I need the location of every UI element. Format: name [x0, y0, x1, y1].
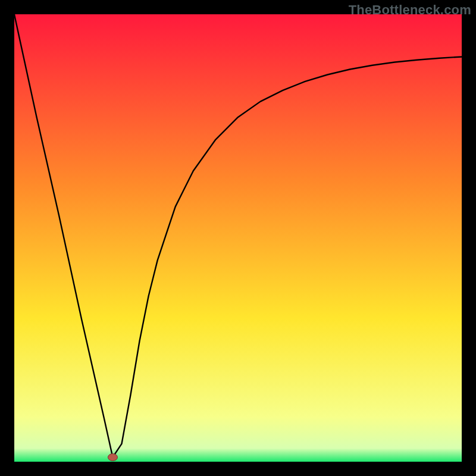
gradient-background: [14, 14, 462, 462]
minimum-marker: [108, 453, 117, 461]
bottleneck-chart: [14, 14, 462, 462]
plot-area: [14, 14, 462, 462]
chart-stage: TheBottleneck.com: [0, 0, 476, 476]
